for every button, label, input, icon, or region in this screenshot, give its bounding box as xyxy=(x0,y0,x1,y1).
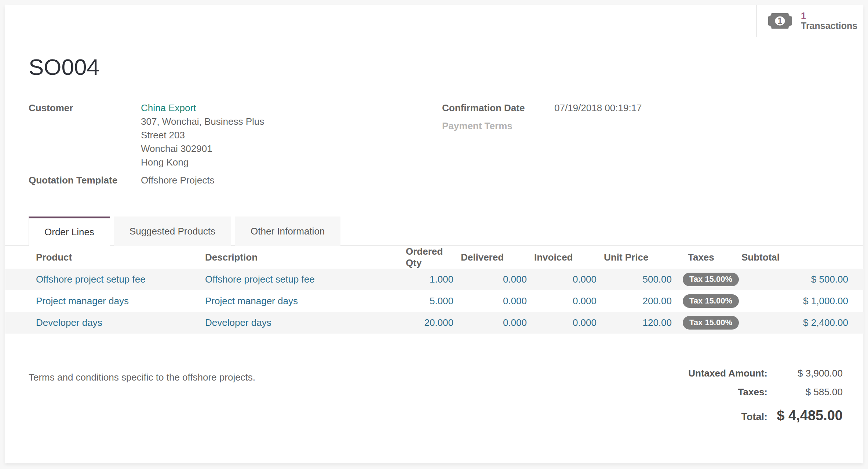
totals-block: Untaxed Amount: $ 3,900.00 Taxes: $ 585.… xyxy=(668,364,843,427)
cell-ordered-qty: 1.000 xyxy=(406,269,461,290)
confirmation-date-value: 07/19/2018 00:19:17 xyxy=(554,101,843,115)
tab-suggested-products[interactable]: Suggested Products xyxy=(114,217,231,246)
cell-unit-price: 120.00 xyxy=(604,312,679,334)
terms-note: Terms and conditions specific to the off… xyxy=(29,364,255,427)
column-header-unit-price[interactable]: Unit Price xyxy=(604,246,679,269)
total-label: Total: xyxy=(741,411,767,423)
form-sheet: 1 1 Transactions SO004 Customer China Ex… xyxy=(5,5,863,463)
customer-label: Customer xyxy=(29,101,141,169)
taxes-value: $ 585.00 xyxy=(767,386,843,398)
total-value: $ 4,485.00 xyxy=(767,408,843,423)
cell-invoiced: 0.000 xyxy=(534,290,604,312)
transactions-button-text: 1 Transactions xyxy=(801,11,857,31)
column-header-description[interactable]: Description xyxy=(201,246,406,269)
order-line-row[interactable]: Project manager days Project manager day… xyxy=(5,290,864,312)
column-header-invoiced[interactable]: Invoiced xyxy=(534,246,604,269)
cell-description: Developer days xyxy=(201,312,406,334)
field-group-left: Customer China Export 307, Wonchai, Busi… xyxy=(29,101,442,187)
status-bar: 1 1 Transactions xyxy=(5,5,863,37)
taxes-row: Taxes: $ 585.00 xyxy=(668,383,843,401)
cell-delivered: 0.000 xyxy=(461,312,534,334)
cell-invoiced: 0.000 xyxy=(534,269,604,290)
cell-subtotal: $ 1,000.00 xyxy=(741,290,864,312)
cell-ordered-qty: 5.000 xyxy=(406,290,461,312)
untaxed-amount-label: Untaxed Amount: xyxy=(688,368,767,379)
taxes-label: Taxes: xyxy=(738,386,767,398)
transactions-count: 1 xyxy=(801,11,857,21)
cell-description: Offshore project setup fee xyxy=(201,269,406,290)
cell-delivered: 0.000 xyxy=(461,269,534,290)
quotation-template-label: Quotation Template xyxy=(29,174,141,187)
tax-badge: Tax 15.00% xyxy=(683,294,739,308)
column-header-delivered[interactable]: Delivered xyxy=(461,246,534,269)
table-header-row: Product Description Ordered Qty Delivere… xyxy=(5,246,864,269)
transactions-button[interactable]: 1 1 Transactions xyxy=(757,5,863,37)
button-box: 1 1 Transactions xyxy=(756,5,863,37)
cell-unit-price: 500.00 xyxy=(604,269,679,290)
untaxed-amount-value: $ 3,900.00 xyxy=(767,368,843,379)
column-header-ordered-qty[interactable]: Ordered Qty xyxy=(406,246,461,269)
tab-other-information[interactable]: Other Information xyxy=(235,217,340,246)
cell-unit-price: 200.00 xyxy=(604,290,679,312)
notebook: Order Lines Suggested Products Other Inf… xyxy=(5,217,863,334)
order-line-row[interactable]: Offshore project setup fee Offshore proj… xyxy=(5,269,864,290)
customer-address-line2: Street 203 xyxy=(141,128,442,142)
order-lines-table: Product Description Ordered Qty Delivere… xyxy=(5,246,864,334)
cell-taxes: Tax 15.00% xyxy=(679,290,741,312)
cell-delivered: 0.000 xyxy=(461,290,534,312)
cell-subtotal: $ 2,400.00 xyxy=(741,312,864,334)
column-header-subtotal[interactable]: Subtotal xyxy=(741,246,864,269)
tab-order-lines[interactable]: Order Lines xyxy=(29,217,110,246)
customer-address-line4: Hong Kong xyxy=(141,156,442,169)
cell-invoiced: 0.000 xyxy=(534,312,604,334)
money-icon: 1 xyxy=(768,13,792,29)
customer-value: China Export 307, Wonchai, Business Plus… xyxy=(141,101,442,169)
cell-taxes: Tax 15.00% xyxy=(679,269,741,290)
field-groups: Customer China Export 307, Wonchai, Busi… xyxy=(29,101,843,187)
customer-address-line1: 307, Wonchai, Business Plus xyxy=(141,115,442,128)
customer-link[interactable]: China Export xyxy=(141,102,196,113)
page-title: SO004 xyxy=(29,54,843,80)
column-header-taxes[interactable]: Taxes xyxy=(679,246,741,269)
cell-description: Project manager days xyxy=(201,290,406,312)
cell-product: Offshore project setup fee xyxy=(5,269,201,290)
confirmation-date-label: Confirmation Date xyxy=(442,101,554,115)
svg-text:1: 1 xyxy=(778,16,783,26)
payment-terms-value xyxy=(554,119,843,133)
field-group-right: Confirmation Date 07/19/2018 00:19:17 Pa… xyxy=(442,101,843,187)
form-header: SO004 Customer China Export 307, Wonchai… xyxy=(5,37,863,187)
cell-taxes: Tax 15.00% xyxy=(679,312,741,334)
order-line-row[interactable]: Developer days Developer days 20.000 0.0… xyxy=(5,312,864,334)
tax-badge: Tax 15.00% xyxy=(683,316,739,330)
column-header-product[interactable]: Product xyxy=(5,246,201,269)
transactions-label: Transactions xyxy=(801,21,857,31)
tab-bar: Order Lines Suggested Products Other Inf… xyxy=(5,217,863,246)
untaxed-amount-row: Untaxed Amount: $ 3,900.00 xyxy=(668,364,843,383)
tax-badge: Tax 15.00% xyxy=(683,273,739,286)
cell-product: Developer days xyxy=(5,312,201,334)
sheet-footer: Terms and conditions specific to the off… xyxy=(5,334,863,427)
cell-subtotal: $ 500.00 xyxy=(741,269,864,290)
cell-ordered-qty: 20.000 xyxy=(406,312,461,334)
customer-address-line3: Wonchai 302901 xyxy=(141,142,442,156)
quotation-template-value: Offshore Projects xyxy=(141,174,442,187)
cell-product: Project manager days xyxy=(5,290,201,312)
total-row: Total: $ 4,485.00 xyxy=(668,403,843,427)
payment-terms-label: Payment Terms xyxy=(442,119,554,133)
